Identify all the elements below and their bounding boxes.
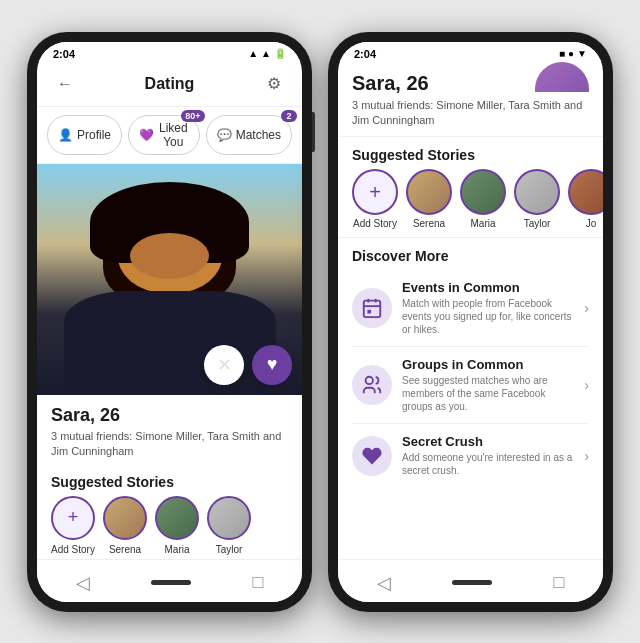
phone-1-screen: 2:04 ▲ ▲ 🔋 ← Dating ⚙ 👤 Profile bbox=[37, 42, 302, 602]
svg-rect-0 bbox=[364, 301, 381, 318]
signal-icon-2: ■ bbox=[559, 48, 565, 59]
dislike-button[interactable]: ✕ bbox=[204, 345, 244, 385]
settings-button[interactable]: ⚙ bbox=[260, 70, 288, 98]
tab-profile-label: Profile bbox=[77, 128, 111, 142]
liked-tab-icon: 💜 bbox=[139, 128, 154, 142]
nav-home-2[interactable] bbox=[452, 580, 492, 585]
matches-tab-icon: 💬 bbox=[217, 128, 232, 142]
p2-stories-title: Suggested Stories bbox=[352, 147, 589, 163]
events-text: Events in Common Match with people from … bbox=[402, 280, 578, 336]
p2-stories-section: Suggested Stories + Add Story Serena M bbox=[338, 137, 603, 238]
maria-label: Maria bbox=[164, 544, 189, 555]
status-icons-1: ▲ ▲ 🔋 bbox=[248, 48, 286, 59]
nav-back-1[interactable]: ◁ bbox=[60, 568, 106, 598]
p2-add-avatar: + bbox=[352, 169, 398, 215]
profile-info: Sara, 26 3 mutual friends: Simone Miller… bbox=[37, 395, 302, 466]
groups-icon bbox=[361, 374, 383, 396]
battery-icon-2: ▼ bbox=[577, 48, 587, 59]
wifi-icon-2: ● bbox=[568, 48, 574, 59]
phone2-content: Sara, 26 3 mutual friends: Simone Miller… bbox=[338, 62, 603, 559]
events-icon bbox=[361, 297, 383, 319]
tab-matches[interactable]: 💬 Matches 2 bbox=[206, 115, 292, 155]
tabs-row: 👤 Profile 💜 Liked You 80+ 💬 Matches 2 bbox=[37, 107, 302, 164]
app-title: Dating bbox=[145, 75, 195, 93]
wifi-icon: ▲ bbox=[261, 48, 271, 59]
app-header: ← Dating ⚙ bbox=[37, 62, 302, 107]
secret-crush-icon-bg bbox=[352, 436, 392, 476]
p2-maria-label: Maria bbox=[470, 218, 495, 229]
p2-jo-avatar bbox=[568, 169, 603, 215]
p2-jo-label: Jo bbox=[586, 218, 597, 229]
phone-2: 2:04 ■ ● ▼ Sara, 26 3 mutual friends: Si… bbox=[328, 32, 613, 612]
groups-arrow: › bbox=[584, 377, 589, 393]
nav-home-1[interactable] bbox=[151, 580, 191, 585]
phone-2-screen: 2:04 ■ ● ▼ Sara, 26 3 mutual friends: Si… bbox=[338, 42, 603, 602]
matches-badge: 2 bbox=[281, 110, 297, 122]
time-1: 2:04 bbox=[53, 48, 75, 60]
like-button[interactable]: ♥ bbox=[252, 345, 292, 385]
discover-secret-crush[interactable]: Secret Crush Add someone you're interest… bbox=[352, 424, 589, 487]
events-desc: Match with people from Facebook events y… bbox=[402, 297, 578, 336]
nav-square-1[interactable]: □ bbox=[236, 568, 279, 597]
groups-desc: See suggested matches who are members of… bbox=[402, 374, 578, 413]
serena-label: Serena bbox=[109, 544, 141, 555]
status-bar-1: 2:04 ▲ ▲ 🔋 bbox=[37, 42, 302, 62]
signal-icon: ▲ bbox=[248, 48, 258, 59]
suggested-stories-title: Suggested Stories bbox=[51, 474, 288, 490]
add-story-label: Add Story bbox=[51, 544, 95, 555]
phones-container: 2:04 ▲ ▲ 🔋 ← Dating ⚙ 👤 Profile bbox=[7, 12, 633, 632]
svg-point-5 bbox=[366, 377, 373, 384]
phone-2-nav: ◁ □ bbox=[338, 559, 603, 602]
p2-taylor-avatar bbox=[514, 169, 560, 215]
serena-avatar bbox=[103, 496, 147, 540]
story-serena[interactable]: Serena bbox=[103, 496, 147, 555]
events-arrow: › bbox=[584, 300, 589, 316]
profile-name: Sara, 26 bbox=[51, 405, 288, 426]
svg-rect-4 bbox=[367, 310, 371, 314]
suggested-stories-section: Suggested Stories + Add Story Serena Mar… bbox=[37, 466, 302, 559]
status-bar-2: 2:04 ■ ● ▼ bbox=[338, 42, 603, 62]
secret-crush-arrow: › bbox=[584, 448, 589, 464]
secret-crush-text: Secret Crush Add someone you're interest… bbox=[402, 434, 578, 477]
story-maria[interactable]: Maria bbox=[155, 496, 199, 555]
discover-section: Discover More bbox=[338, 238, 603, 497]
groups-icon-bg bbox=[352, 365, 392, 405]
events-icon-bg bbox=[352, 288, 392, 328]
story-taylor[interactable]: Taylor bbox=[207, 496, 251, 555]
story-add[interactable]: + Add Story bbox=[51, 496, 95, 555]
p2-story-jo[interactable]: Jo bbox=[568, 169, 603, 229]
profile-tab-icon: 👤 bbox=[58, 128, 73, 142]
p2-story-serena[interactable]: Serena bbox=[406, 169, 452, 229]
add-story-avatar: + bbox=[51, 496, 95, 540]
groups-title: Groups in Common bbox=[402, 357, 578, 372]
phone-1-nav: ◁ □ bbox=[37, 559, 302, 602]
p2-story-maria[interactable]: Maria bbox=[460, 169, 506, 229]
tab-liked-label: Liked You bbox=[158, 121, 189, 149]
liked-badge: 80+ bbox=[181, 110, 204, 122]
p2-maria-avatar bbox=[460, 169, 506, 215]
tab-matches-label: Matches bbox=[236, 128, 281, 142]
discover-groups[interactable]: Groups in Common See suggested matches w… bbox=[352, 347, 589, 424]
nav-square-2[interactable]: □ bbox=[537, 568, 580, 597]
tab-liked-you[interactable]: 💜 Liked You 80+ bbox=[128, 115, 200, 155]
time-2: 2:04 bbox=[354, 48, 376, 60]
status-icons-2: ■ ● ▼ bbox=[559, 48, 587, 59]
p2-serena-avatar bbox=[406, 169, 452, 215]
profile-photo-container: ✕ ♥ bbox=[37, 164, 302, 395]
secret-crush-desc: Add someone you're interested in as a se… bbox=[402, 451, 578, 477]
discover-events[interactable]: Events in Common Match with people from … bbox=[352, 270, 589, 347]
profile-friends: 3 mutual friends: Simone Miller, Tara Sm… bbox=[51, 429, 288, 460]
events-title: Events in Common bbox=[402, 280, 578, 295]
p2-story-taylor[interactable]: Taylor bbox=[514, 169, 560, 229]
p2-profile-friends: 3 mutual friends: Simone Miller, Tara Sm… bbox=[352, 98, 589, 129]
p2-add-label: Add Story bbox=[353, 218, 397, 229]
p2-taylor-label: Taylor bbox=[524, 218, 551, 229]
taylor-label: Taylor bbox=[216, 544, 243, 555]
secret-crush-title: Secret Crush bbox=[402, 434, 578, 449]
nav-back-2[interactable]: ◁ bbox=[361, 568, 407, 598]
action-buttons: ✕ ♥ bbox=[204, 345, 292, 385]
tab-profile[interactable]: 👤 Profile bbox=[47, 115, 122, 155]
phone-1: 2:04 ▲ ▲ 🔋 ← Dating ⚙ 👤 Profile bbox=[27, 32, 312, 612]
p2-story-add[interactable]: + Add Story bbox=[352, 169, 398, 229]
back-button[interactable]: ← bbox=[51, 70, 79, 98]
